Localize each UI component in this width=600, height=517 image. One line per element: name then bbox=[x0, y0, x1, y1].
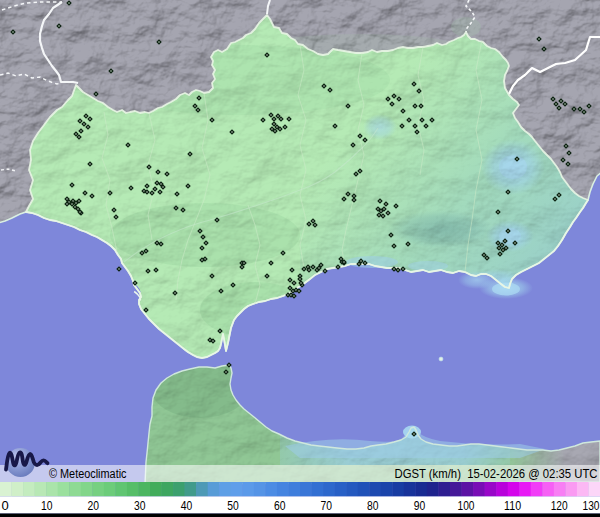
svg-text:40: 40 bbox=[181, 498, 193, 513]
svg-text:10: 10 bbox=[41, 498, 53, 513]
svg-text:90: 90 bbox=[414, 498, 426, 513]
svg-text:120: 120 bbox=[551, 498, 568, 513]
svg-text:110: 110 bbox=[504, 498, 521, 513]
svg-text:70: 70 bbox=[320, 498, 332, 513]
svg-text:© Meteoclimatic: © Meteoclimatic bbox=[49, 467, 127, 481]
svg-text:50: 50 bbox=[227, 498, 239, 513]
svg-text:DGST (km/h) 15-02-2026 @ 02:3: DGST (km/h) 15-02-2026 @ 02:35 UTC bbox=[395, 466, 598, 481]
svg-text:0: 0 bbox=[2, 498, 9, 513]
svg-text:130: 130 bbox=[583, 498, 600, 513]
svg-text:60: 60 bbox=[274, 498, 286, 513]
svg-text:100: 100 bbox=[458, 498, 475, 513]
svg-text:20: 20 bbox=[88, 498, 100, 513]
svg-text:30: 30 bbox=[134, 498, 146, 513]
svg-text:80: 80 bbox=[367, 498, 379, 513]
